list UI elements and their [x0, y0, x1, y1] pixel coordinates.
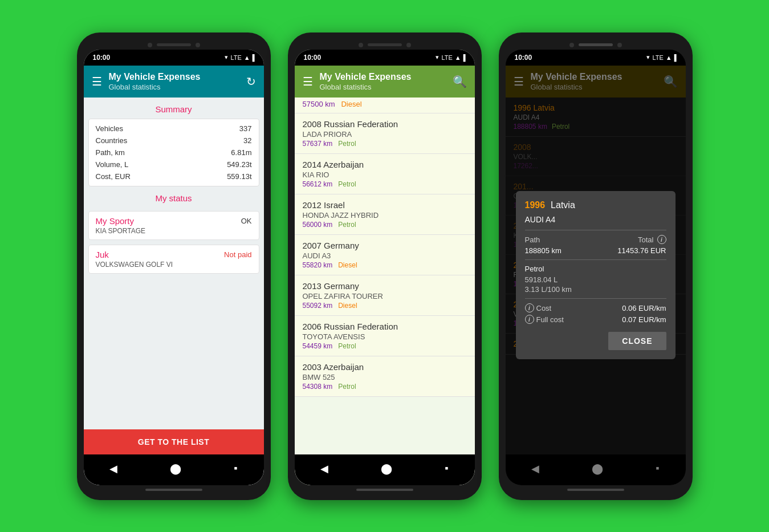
stats-4: 55820 km Diesel [303, 261, 467, 269]
camera-4 [406, 43, 411, 47]
year-country-1: 2008 Russian Federation [303, 119, 467, 129]
list-scroll-2[interactable]: 2008 Russian Federation LADA PRIORA 5763… [295, 113, 475, 454]
stats-5: 55092 km Diesel [303, 302, 467, 310]
vehicle-card-1[interactable]: My Sporty OK KIA SPORTAGE [88, 211, 259, 240]
camera-2 [196, 43, 200, 47]
popup-fullcost-value: 0.07 EUR/km [622, 315, 666, 324]
label-countries: Countries [96, 136, 128, 145]
phone-notch-2 [295, 39, 475, 50]
vehicle-status-2: Not paid [224, 250, 251, 259]
back-button-2[interactable]: ◀ [314, 460, 335, 477]
popup-model: AUDI A4 [525, 215, 666, 224]
phone-notch-1 [84, 39, 264, 50]
vehicle-name-1: My Sporty [96, 216, 135, 226]
fuel-3: Petrol [338, 221, 356, 229]
top-bar-1: ☰ My Vehicle Expenses Global statistics … [84, 66, 264, 98]
label-path: Path, km [96, 148, 125, 157]
year-country-2: 2014 Azerbaijan [303, 160, 467, 169]
total-info-icon[interactable]: i [657, 235, 666, 244]
list-item-5[interactable]: 2013 Germany OPEL ZAFIRA TOURER 55092 km… [295, 275, 475, 316]
value-countries: 32 [243, 136, 251, 145]
list-item-3[interactable]: 2012 Israel HONDA JAZZ HYBRID 56000 km P… [295, 194, 475, 235]
fuel-2: Petrol [338, 180, 356, 188]
speaker-3 [579, 43, 613, 46]
top-bar-2: ☰ My Vehicle Expenses Global statistics … [295, 66, 475, 98]
signal-icon: ▲▐ [244, 54, 255, 61]
km-1: 57637 km [303, 140, 333, 148]
home-button-2[interactable]: ⬤ [374, 460, 399, 477]
lte-icon-2: LTE [441, 54, 452, 61]
lte-icon: LTE [230, 54, 241, 61]
summary-row-volume: Volume, L 549.23t [96, 159, 252, 170]
fullcost-info-icon[interactable]: i [525, 315, 534, 324]
signal-icon-3: ▲▐ [666, 54, 677, 61]
vehicle-model-1: KIA SPORTAGE [96, 227, 252, 235]
phone-bottom-3 [506, 485, 686, 493]
list-partial-top: 57500 km Diesel [295, 98, 475, 113]
vehicle-card-2[interactable]: Juk Not paid VOLKSWAGEN GOLF VI [88, 245, 259, 274]
back-button-1[interactable]: ◀ [103, 460, 124, 477]
km-4: 55820 km [303, 261, 333, 269]
phone-screen-1: 10:00 ▾ LTE ▲▐ ☰ My Vehicle Expenses Glo… [84, 50, 264, 485]
popup-fullcost-row: i Full cost 0.07 EUR/km [525, 315, 666, 324]
summary-row-path: Path, km 6.81m [96, 147, 252, 159]
model-6: TOYOTA AVENSIS [303, 332, 467, 341]
value-cost: 559.13t [227, 172, 251, 181]
status-icons-3: ▾ LTE ▲▐ [646, 54, 676, 61]
year-country-5: 2013 Germany [303, 281, 467, 291]
phone-notch-3 [506, 39, 686, 50]
menu-icon-1[interactable]: ☰ [92, 75, 102, 88]
phone-screen-3: 10:00 ▾ LTE ▲▐ ☰ My Vehicle Expenses Glo… [506, 50, 686, 485]
phone-screen-2: 10:00 ▾ LTE ▲▐ ☰ My Vehicle Expenses Glo… [295, 50, 475, 485]
list-item-7[interactable]: 2003 Azerbaijan BMW 525 54308 km Petrol [295, 356, 475, 397]
year-country-6: 2006 Russian Federation [303, 322, 467, 331]
app-subtitle-1: Global statistics [109, 83, 246, 91]
popup-fullcost-label: Full cost [536, 315, 564, 324]
year-country-7: 2003 Azerbaijan [303, 362, 467, 372]
top-bar-titles-2: My Vehicle Expenses Global statistics [320, 71, 453, 91]
cost-info-icon[interactable]: i [525, 303, 534, 312]
wifi-icon-3: ▾ [646, 54, 650, 61]
popup-country: Latvia [551, 200, 575, 210]
popup-fuel-label: Petrol [525, 265, 666, 273]
popup-total-group: Total i [638, 235, 666, 244]
close-button[interactable]: CLOSE [608, 332, 666, 350]
speaker-1 [157, 43, 191, 46]
popup-divider-3 [525, 298, 666, 299]
summary-row-cost: Cost, EUR 559.13t [96, 170, 252, 182]
fuel-5: Diesel [338, 302, 357, 310]
list-item-2[interactable]: 2014 Azerbaijan KIA RIO 56612 km Petrol [295, 154, 475, 194]
model-1: LADA PRIORA [303, 130, 467, 139]
fuel-7: Petrol [338, 383, 356, 391]
phone-bottom-2 [295, 485, 475, 493]
home-button-1[interactable]: ⬤ [163, 460, 188, 477]
stats-1: 57637 km Petrol [303, 140, 467, 148]
popup-header: 1996 Latvia [525, 200, 666, 210]
stats-7: 54308 km Petrol [303, 383, 467, 391]
bottom-line-1 [145, 489, 202, 491]
label-cost: Cost, EUR [96, 172, 131, 181]
menu-icon-2[interactable]: ☰ [303, 75, 313, 88]
list-item-6[interactable]: 2006 Russian Federation TOYOTA AVENSIS 5… [295, 316, 475, 356]
popup-cost-row: i Cost 0.06 EUR/km [525, 303, 666, 312]
km-7: 54308 km [303, 383, 333, 391]
recent-button-1[interactable]: ▪ [227, 460, 244, 477]
wifi-icon-2: ▾ [436, 54, 439, 61]
refresh-icon[interactable]: ↻ [246, 75, 256, 88]
list-item-4[interactable]: 2007 Germany AUDI A3 55820 km Diesel [295, 235, 475, 275]
list-item-1[interactable]: 2008 Russian Federation LADA PRIORA 5763… [295, 113, 475, 154]
summary-row-countries: Countries 32 [96, 135, 252, 147]
popup-cost-value: 0.06 EUR/km [622, 304, 666, 312]
vehicle-name-2: Juk [96, 250, 109, 259]
bottom-line-2 [356, 489, 413, 491]
get-list-button[interactable]: GET TO THE LIST [84, 429, 264, 454]
popup-path-label: Path [525, 235, 540, 244]
value-volume: 549.23t [227, 160, 251, 169]
status-icons-1: ▾ LTE ▲▐ [225, 54, 254, 61]
recent-button-2[interactable]: ▪ [438, 460, 455, 477]
search-icon-2[interactable]: 🔍 [453, 75, 467, 88]
top-bar-titles-1: My Vehicle Expenses Global statistics [109, 71, 246, 91]
status-bar-2: 10:00 ▾ LTE ▲▐ [295, 50, 475, 66]
model-4: AUDI A3 [303, 251, 467, 260]
label-volume: Volume, L [96, 160, 129, 169]
